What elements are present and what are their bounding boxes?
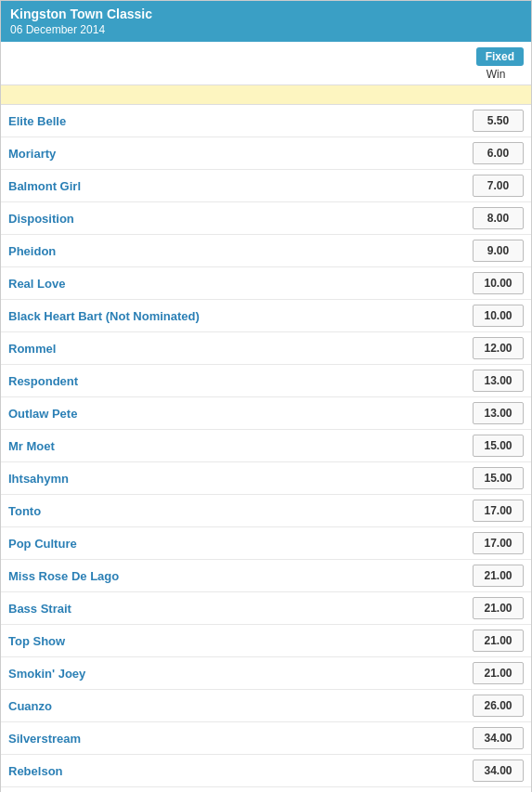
table-row: Pop Culture17.00: [1, 527, 531, 560]
horse-name[interactable]: Moriarty: [8, 147, 473, 161]
table-row: Rebelson34.00: [1, 755, 531, 787]
odds-win[interactable]: 13.00: [473, 402, 524, 424]
odds-win[interactable]: 21.00: [473, 630, 524, 652]
table-row: Mr Moet15.00: [1, 430, 531, 462]
column-headers: Win: [1, 66, 531, 84]
table-row: Pheidon9.00: [1, 235, 531, 267]
table-row: Outlaw Pete13.00: [1, 397, 531, 430]
horse-name[interactable]: Bass Strait: [8, 602, 473, 616]
horse-list: Elite Belle5.50Moriarty6.00Balmont Girl7…: [1, 105, 531, 792]
horse-name[interactable]: Mr Moet: [8, 439, 473, 453]
table-row: Real Love10.00: [1, 267, 531, 300]
table-row: Disposition8.00: [1, 202, 531, 235]
horse-name[interactable]: Pheidon: [8, 244, 473, 258]
odds-win[interactable]: 6.00: [473, 142, 524, 164]
horse-name[interactable]: Balmont Girl: [8, 179, 473, 193]
odds-win[interactable]: 13.00: [473, 370, 524, 392]
table-row: Black Heart Bart (Not Nominated)10.00: [1, 300, 531, 332]
table-row: Ihtsahymn15.00: [1, 462, 531, 495]
odds-win[interactable]: 21.00: [473, 565, 524, 587]
odds-win[interactable]: 34.00: [473, 727, 524, 749]
horse-name[interactable]: Rommel: [8, 342, 473, 356]
horse-name[interactable]: Top Show: [8, 634, 473, 648]
odds-win[interactable]: 26.00: [473, 695, 524, 717]
table-row: Top Show21.00: [1, 625, 531, 657]
odds-win[interactable]: 17.00: [473, 532, 524, 554]
odds-win[interactable]: 21.00: [473, 597, 524, 619]
horse-name[interactable]: Smokin' Joey: [8, 667, 473, 681]
horse-name[interactable]: Cuanzo: [8, 699, 473, 713]
table-row: Bass Strait21.00: [1, 592, 531, 625]
odds-win[interactable]: 12.00: [473, 337, 524, 359]
horse-name[interactable]: Silverstream: [8, 732, 473, 746]
odds-win[interactable]: 15.00: [473, 435, 524, 457]
horse-name[interactable]: Outlaw Pete: [8, 407, 473, 421]
odds-win[interactable]: 21.00: [473, 662, 524, 684]
odds-win[interactable]: 17.00: [473, 500, 524, 522]
horse-name[interactable]: Respondent: [8, 374, 473, 388]
main-container: Kingston Town Classic 06 December 2014 F…: [0, 0, 532, 792]
table-row: Tonto17.00: [1, 495, 531, 527]
horse-name[interactable]: Disposition: [8, 212, 473, 226]
odds-win[interactable]: 34.00: [473, 760, 524, 782]
horse-name[interactable]: Elite Belle: [8, 114, 473, 128]
odds-win[interactable]: 15.00: [473, 467, 524, 489]
horse-name[interactable]: Tonto: [8, 504, 473, 518]
table-row: Smokin' Joey21.00: [1, 657, 531, 690]
odds-win[interactable]: 9.00: [473, 240, 524, 262]
table-row: Rommel12.00: [1, 332, 531, 365]
odds-win[interactable]: 8.00: [473, 207, 524, 229]
toolbar: Fixed: [1, 42, 531, 66]
horse-name[interactable]: Rebelson: [8, 764, 473, 778]
horse-name[interactable]: Ihtsahymn: [8, 472, 473, 486]
odds-win[interactable]: 10.00: [473, 305, 524, 327]
table-row: Silverstream34.00: [1, 722, 531, 755]
filter-row: [1, 84, 531, 105]
table-row: Respondent13.00: [1, 365, 531, 397]
odds-win[interactable]: 5.50: [473, 110, 524, 132]
horse-name[interactable]: Black Heart Bart (Not Nominated): [8, 309, 473, 323]
horse-name[interactable]: Real Love: [8, 277, 473, 291]
table-row: Moriarty6.00: [1, 137, 531, 170]
event-date: 06 December 2014: [10, 23, 522, 36]
table-row: Cuanzo26.00: [1, 690, 531, 722]
win-column-header: Win: [468, 68, 524, 81]
fixed-button[interactable]: Fixed: [476, 47, 524, 66]
event-header: Kingston Town Classic 06 December 2014: [1, 1, 531, 42]
table-row: Elite Belle5.50: [1, 105, 531, 137]
table-row: Balmont Girl7.00: [1, 170, 531, 202]
horse-name[interactable]: Miss Rose De Lago: [8, 569, 473, 583]
table-row: Miss Rose De Lago21.00: [1, 560, 531, 592]
table-row: Platinum Rocker34.00: [1, 787, 531, 792]
event-title: Kingston Town Classic: [10, 6, 522, 21]
odds-win[interactable]: 7.00: [473, 175, 524, 197]
odds-win[interactable]: 10.00: [473, 272, 524, 294]
horse-name[interactable]: Pop Culture: [8, 537, 473, 551]
